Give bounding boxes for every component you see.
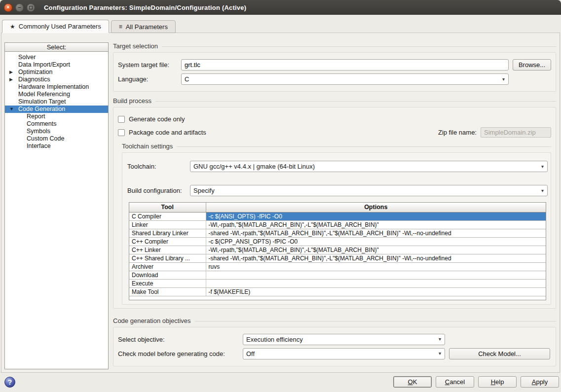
tool-cell[interactable]: Linker: [129, 220, 206, 229]
tabbar: ★ Commonly Used Parameters ≡ All Paramet…: [2, 20, 178, 33]
minimize-icon[interactable]: −: [15, 3, 24, 12]
tree-item-label: Diagnostics: [18, 76, 50, 83]
collapse-arrow-icon[interactable]: ▼: [9, 106, 16, 113]
target-selection-fieldset: System target file: Browse... Language: …: [113, 52, 556, 92]
table-row-download[interactable]: Download: [129, 271, 546, 279]
tree-header: Select:: [4, 42, 109, 52]
apply-button[interactable]: Apply: [521, 376, 559, 388]
section-title-text: Target selection: [113, 42, 158, 50]
tool-cell[interactable]: C++ Shared Library ...: [129, 254, 206, 262]
check-model-button[interactable]: Check Model...: [449, 348, 550, 359]
toolchain-dropdown[interactable]: GNU gcc/g++ v4.4.x | gmake (64-bit Linux…: [190, 161, 548, 172]
tree-item-label: Comments: [27, 120, 56, 128]
titlebar: × − Configuration Parameters: SimpleDoma…: [0, 0, 561, 15]
tree-item-custom-code[interactable]: Custom Code: [5, 135, 108, 143]
tree-item-label: Custom Code: [27, 135, 64, 143]
tree-item-label: Report: [27, 113, 45, 120]
cancel-button-label: Cancel: [436, 378, 474, 386]
tool-cell[interactable]: C++ Compiler: [129, 237, 206, 246]
help-button[interactable]: Help: [478, 376, 517, 388]
tree-item-symbols[interactable]: Symbols: [5, 128, 108, 135]
generate-code-only-checkbox[interactable]: [118, 116, 125, 123]
options-cell[interactable]: -shared -Wl,-rpath,"$(MATLAB_ARCH_BIN)",…: [206, 229, 546, 237]
tool-cell[interactable]: C Compiler: [129, 212, 206, 220]
options-cell[interactable]: -Wl,-rpath,"$(MATLAB_ARCH_BIN)",-L"$(MAT…: [206, 246, 546, 254]
tree-list: SolverData Import/Export▶Optimization▶Di…: [4, 52, 109, 369]
browse-button[interactable]: Browse...: [513, 59, 551, 71]
column-header-tool: Tool: [129, 203, 206, 212]
section-code-generation-objectives: Code generation objectives: [113, 317, 556, 324]
tab-all-parameters[interactable]: ≡ All Parameters: [111, 20, 176, 33]
options-cell[interactable]: -c $(ANSI_OPTS) -fPIC -O0: [206, 212, 546, 220]
window-title: Configuration Parameters: SimpleDomain/C…: [44, 4, 246, 11]
options-cell[interactable]: -Wl,-rpath,"$(MATLAB_ARCH_BIN)",-L"$(MAT…: [206, 220, 546, 229]
tree-item-code-generation[interactable]: ▼Code Generation: [5, 106, 108, 113]
ok-button[interactable]: OK: [393, 376, 432, 388]
options-cell[interactable]: [206, 271, 546, 279]
zip-file-name-label: Zip file name:: [438, 129, 477, 136]
section-title-text: Toolchain settings: [122, 143, 173, 150]
tree-item-label: Optimization: [18, 69, 52, 76]
maximize-icon[interactable]: [27, 3, 35, 12]
package-code-checkbox[interactable]: [118, 129, 125, 136]
options-cell[interactable]: ruvs: [206, 262, 546, 271]
system-target-file-input[interactable]: [181, 59, 509, 71]
zip-file-name-input: [481, 127, 551, 138]
section-toolchain-settings: Toolchain settings: [122, 143, 551, 150]
expand-arrow-icon[interactable]: ▶: [9, 69, 16, 76]
tool-cell[interactable]: Make Tool: [129, 287, 206, 296]
tab-label: All Parameters: [126, 23, 168, 31]
expand-arrow-icon[interactable]: ▶: [9, 76, 16, 83]
toolchain-label: Toolchain:: [127, 163, 190, 170]
tree-item-label: Solver: [18, 54, 36, 61]
tool-cell[interactable]: Download: [129, 271, 206, 279]
generate-code-only-label: Generate code only: [129, 115, 185, 123]
tree-item-optimization[interactable]: ▶Optimization: [5, 69, 108, 76]
build-configuration-value: Specify: [193, 187, 215, 194]
tree-item-diagnostics[interactable]: ▶Diagnostics: [5, 76, 108, 83]
tool-cell[interactable]: Shared Library Linker: [129, 229, 206, 237]
table-row-c-compiler[interactable]: C++ Compiler-c $(CPP_ANSI_OPTS) -fPIC -O…: [129, 237, 546, 246]
options-cell[interactable]: -shared -Wl,-rpath,"$(MATLAB_ARCH_BIN)",…: [206, 254, 546, 262]
footer-buttons: OK Cancel Help Apply: [393, 376, 559, 388]
tree-item-comments[interactable]: Comments: [5, 120, 108, 128]
table-row-c-compiler[interactable]: C Compiler-c $(ANSI_OPTS) -fPIC -O0: [129, 212, 546, 220]
options-cell[interactable]: -f $(MAKEFILE): [206, 287, 546, 296]
section-rule: [177, 146, 551, 147]
select-objective-dropdown[interactable]: Execution efficiency: [243, 334, 445, 345]
tree-item-hardware-implementation[interactable]: Hardware Implementation: [5, 83, 108, 91]
tool-cell[interactable]: C++ Linker: [129, 246, 206, 254]
table-row-archiver[interactable]: Archiverruvs: [129, 262, 546, 271]
tab-label: Commonly Used Parameters: [19, 23, 101, 30]
table-row-execute[interactable]: Execute: [129, 279, 546, 287]
tree-item-simulation-target[interactable]: Simulation Target: [5, 98, 108, 106]
check-model-dropdown[interactable]: Off: [243, 348, 445, 359]
help-icon[interactable]: ?: [4, 377, 15, 388]
table-row-make-tool[interactable]: Make Tool-f $(MAKEFILE): [129, 287, 546, 296]
table-row-c-linker[interactable]: C++ Linker-Wl,-rpath,"$(MATLAB_ARCH_BIN)…: [129, 246, 546, 254]
tree-item-report[interactable]: Report: [5, 113, 108, 120]
cancel-button[interactable]: Cancel: [436, 376, 474, 388]
tree-item-interface[interactable]: Interface: [5, 143, 108, 150]
tree-item-data-import-export[interactable]: Data Import/Export: [5, 61, 108, 69]
close-icon[interactable]: ×: [4, 3, 12, 12]
tree-item-model-referencing[interactable]: Model Referencing: [5, 91, 108, 98]
build-configuration-dropdown[interactable]: Specify: [190, 185, 548, 196]
check-model-label: Check model before generating code:: [118, 350, 243, 357]
language-dropdown[interactable]: C: [181, 73, 509, 85]
section-target-selection: Target selection: [113, 42, 556, 50]
apply-button-label: Apply: [521, 378, 559, 386]
ok-button-label: OK: [394, 378, 431, 386]
options-cell[interactable]: [206, 279, 546, 287]
tree-item-solver[interactable]: Solver: [5, 54, 108, 61]
table-row-linker[interactable]: Linker-Wl,-rpath,"$(MATLAB_ARCH_BIN)",-L…: [129, 220, 546, 229]
tab-commonly-used-parameters[interactable]: ★ Commonly Used Parameters: [2, 20, 109, 33]
options-cell[interactable]: -c $(CPP_ANSI_OPTS) -fPIC -O0: [206, 237, 546, 246]
table-row-shared-library-linker[interactable]: Shared Library Linker-shared -Wl,-rpath,…: [129, 229, 546, 237]
package-code-label: Package code and artifacts: [129, 129, 206, 136]
table-row-c-shared-library[interactable]: C++ Shared Library ...-shared -Wl,-rpath…: [129, 254, 546, 262]
tool-cell[interactable]: Archiver: [129, 262, 206, 271]
system-target-file-label: System target file:: [118, 61, 181, 69]
tool-cell[interactable]: Execute: [129, 279, 206, 287]
section-rule: [155, 101, 556, 102]
